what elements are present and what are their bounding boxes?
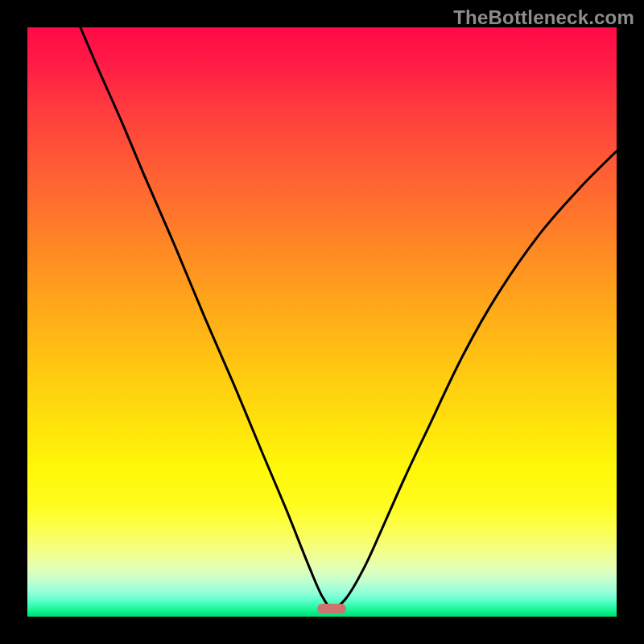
bottleneck-curve (27, 27, 617, 617)
plot-area (27, 27, 617, 617)
watermark-text: TheBottleneck.com (453, 6, 634, 29)
optimal-marker (317, 604, 346, 613)
chart-frame: TheBottleneck.com (0, 0, 644, 644)
